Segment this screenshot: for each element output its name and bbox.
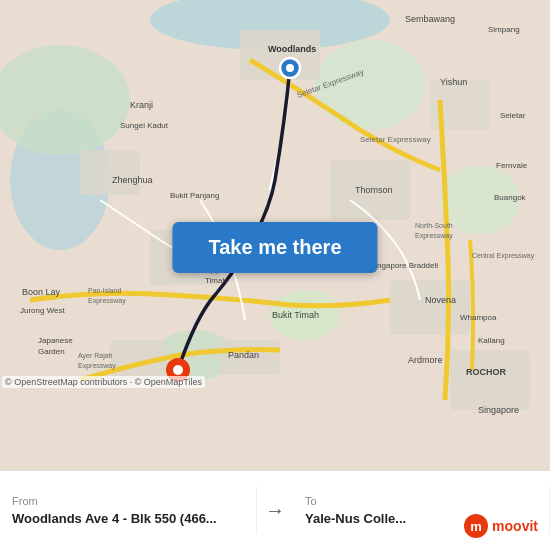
svg-text:Jurong West: Jurong West [20, 306, 66, 315]
svg-text:Bukit Panjang: Bukit Panjang [170, 191, 219, 200]
svg-text:Singapore Braddell: Singapore Braddell [370, 261, 438, 270]
from-location: From Woodlands Ave 4 - Blk 550 (466... [0, 487, 257, 534]
route-arrow: → [257, 499, 293, 522]
svg-text:Ardmore: Ardmore [408, 355, 443, 365]
to-label: To [305, 495, 537, 507]
moovit-brand: moovit [492, 518, 538, 534]
svg-text:Simpang: Simpang [488, 25, 520, 34]
svg-text:Zhenghua: Zhenghua [112, 175, 153, 185]
svg-text:Central Expressway: Central Expressway [472, 252, 535, 260]
svg-rect-14 [450, 350, 530, 410]
moovit-logo: m moovit [464, 514, 538, 538]
svg-text:Japanese: Japanese [38, 336, 73, 345]
svg-text:Seletar: Seletar [500, 111, 526, 120]
svg-text:Thomson: Thomson [355, 185, 393, 195]
svg-text:Fernvale: Fernvale [496, 161, 528, 170]
moovit-icon: m [464, 514, 488, 538]
svg-text:Kranji: Kranji [130, 100, 153, 110]
svg-text:Ayer Rajah: Ayer Rajah [78, 352, 113, 360]
svg-text:Bukit Timah: Bukit Timah [272, 310, 319, 320]
svg-point-55 [286, 64, 294, 72]
svg-text:Garden: Garden [38, 347, 65, 356]
svg-text:Expressway: Expressway [415, 232, 453, 240]
svg-text:Pan-Island: Pan-Island [88, 287, 122, 294]
svg-text:Pandan: Pandan [228, 350, 259, 360]
svg-text:Sembawang: Sembawang [405, 14, 455, 24]
svg-text:Timah: Timah [205, 276, 227, 285]
svg-text:Sungei Kadut: Sungei Kadut [120, 121, 169, 130]
svg-text:Expressway: Expressway [78, 362, 116, 370]
svg-text:Expressway: Expressway [88, 297, 126, 305]
map-container: Sembawang Simpang Woodlands Seletar Expr… [0, 0, 550, 470]
svg-text:Whampoa: Whampoa [460, 313, 497, 322]
svg-text:Boon Lay: Boon Lay [22, 287, 61, 297]
svg-text:Yishun: Yishun [440, 77, 467, 87]
svg-text:Kallang: Kallang [478, 336, 505, 345]
from-label: From [12, 495, 244, 507]
svg-text:Novena: Novena [425, 295, 456, 305]
svg-text:Singapore: Singapore [478, 405, 519, 415]
svg-rect-9 [80, 150, 140, 195]
svg-text:North-South: North-South [415, 222, 453, 229]
svg-text:ROCHOR: ROCHOR [466, 367, 506, 377]
svg-text:Buangok: Buangok [494, 193, 527, 202]
take-me-there-button[interactable]: Take me there [172, 222, 377, 273]
bottom-bar: From Woodlands Ave 4 - Blk 550 (466... →… [0, 470, 550, 550]
svg-rect-13 [390, 280, 470, 335]
svg-point-57 [173, 365, 183, 375]
map-attribution: © OpenStreetMap contributors · © OpenMap… [2, 376, 205, 388]
from-name: Woodlands Ave 4 - Blk 550 (466... [12, 511, 244, 526]
svg-text:Seletar Expressway: Seletar Expressway [360, 135, 431, 144]
svg-text:Woodlands: Woodlands [268, 44, 316, 54]
